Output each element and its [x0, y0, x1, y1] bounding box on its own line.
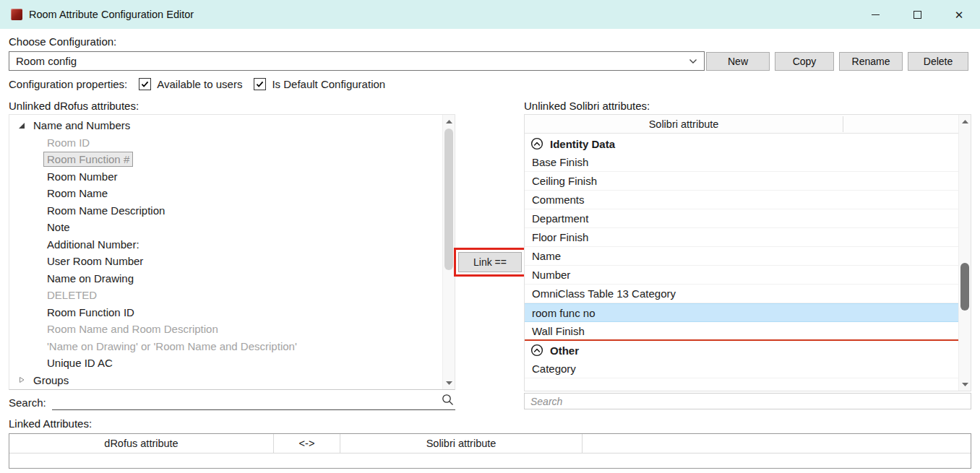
list-item-label: Ceiling Finish: [532, 175, 597, 187]
maximize-icon: [914, 11, 921, 19]
configuration-dropdown[interactable]: Room config: [9, 51, 705, 71]
linked-column-header-3: [583, 434, 971, 453]
check-icon: [140, 79, 150, 89]
tree-item-additional-number[interactable]: Additional Number:: [9, 236, 442, 253]
tree-item-label: DELETED: [47, 289, 97, 301]
search-icon: [442, 394, 454, 408]
minimize-button[interactable]: [854, 0, 896, 29]
right-scrollbar[interactable]: [958, 115, 971, 391]
tree-item-user-room-number[interactable]: User Room Number: [9, 253, 442, 270]
solibri-attribute-list: Identity DataBase FinishCeiling FinishCo…: [525, 134, 958, 378]
tree-item-deleted[interactable]: DELETED: [9, 287, 442, 304]
list-item-label: Number: [532, 269, 570, 281]
list-item-label: Category: [532, 363, 576, 375]
titlebar: Room Attribute Configuration Editor ✕: [0, 0, 980, 29]
tree-item-note[interactable]: Note: [9, 219, 442, 236]
tree-item-name-and-numbers[interactable]: Name and Numbers: [9, 117, 442, 134]
tree-item-room-id[interactable]: Room ID: [9, 134, 442, 152]
tree-item-room-name-description[interactable]: Room Name Description: [9, 202, 442, 220]
list-item-base-finish[interactable]: Base Finish: [525, 153, 958, 172]
copy-button[interactable]: Copy: [775, 52, 834, 71]
tree-item-label: Room ID: [47, 136, 90, 149]
configuration-properties-label: Configuration properties:: [9, 78, 127, 90]
tree-item-name-on-drawing[interactable]: Name on Drawing: [9, 270, 442, 287]
configuration-properties-row: Configuration properties: Available to u…: [9, 77, 385, 92]
tree-item-groups[interactable]: Groups: [9, 372, 442, 389]
close-button[interactable]: ✕: [938, 0, 980, 29]
solibri-search-input[interactable]: [530, 396, 965, 407]
window-controls: ✕: [854, 0, 980, 29]
tree-item-room-name-and-room-description[interactable]: Room Name and Room Description: [9, 321, 442, 338]
group-row-identity-data[interactable]: Identity Data: [525, 134, 958, 153]
available-to-users-checkbox[interactable]: [139, 78, 151, 90]
tree-item-label: User Room Number: [47, 255, 143, 267]
linked-attributes-table: dRofus attribute<->Solibri attribute: [9, 433, 971, 469]
expanded-triangle-icon[interactable]: [18, 122, 28, 129]
tree-item-label: Room Name Description: [47, 204, 165, 217]
search-label: Search:: [9, 396, 46, 410]
is-default-configuration-checkbox[interactable]: [254, 78, 266, 90]
collapse-circle-chevron-icon[interactable]: [530, 344, 543, 357]
list-item-label: Comments: [532, 194, 585, 206]
scroll-down-icon[interactable]: [959, 378, 971, 390]
tree-item-room-name[interactable]: Room Name: [9, 185, 442, 202]
tree-item-room-function-id[interactable]: Room Function ID: [9, 304, 442, 321]
solibri-attribute-column-header[interactable]: Solibri attribute: [525, 115, 843, 134]
collapsed-triangle-icon[interactable]: [18, 376, 28, 383]
tree-item-unique-id-ac[interactable]: Unique ID AC: [9, 355, 442, 372]
drofus-search-input[interactable]: [52, 394, 438, 409]
left-scrollbar-thumb[interactable]: [444, 129, 453, 270]
tree-item-room-function-#[interactable]: Room Function #: [9, 151, 442, 168]
drofus-search-row: Search:: [9, 394, 455, 410]
scroll-up-icon[interactable]: [959, 116, 971, 127]
list-item-room-func-no[interactable]: room func no: [525, 303, 958, 322]
tree-item-label: Room Function ID: [47, 306, 134, 318]
list-item-wall-finish[interactable]: Wall Finish: [525, 322, 958, 341]
tree-item-label: 'Name on Drawing' or 'Room Name and Desc…: [47, 340, 297, 352]
new-button[interactable]: New: [706, 52, 770, 71]
choose-configuration-label: Choose Configuration:: [9, 35, 116, 48]
list-item-label: Floor Finish: [532, 231, 588, 243]
list-item-number[interactable]: Number: [525, 266, 958, 285]
scroll-down-icon[interactable]: [443, 377, 455, 389]
list-item-omniclass-table-13-category[interactable]: OmniClass Table 13 Category: [525, 285, 958, 303]
right-scrollbar-thumb[interactable]: [960, 263, 969, 311]
tree-item-label: Room Name: [47, 187, 108, 199]
configuration-dropdown-value: Room config: [16, 55, 77, 67]
group-label: Other: [550, 344, 579, 357]
tree-item-name-on-drawing-or-room-name-and-description[interactable]: 'Name on Drawing' or 'Room Name and Desc…: [9, 338, 442, 355]
list-item-comments[interactable]: Comments: [525, 191, 958, 209]
list-item-department[interactable]: Department: [525, 209, 958, 228]
group-label: Identity Data: [550, 138, 615, 150]
list-item-category[interactable]: Category: [525, 360, 958, 378]
list-item-name[interactable]: Name: [525, 247, 958, 266]
close-icon: ✕: [955, 9, 964, 20]
group-row-other[interactable]: Other: [525, 341, 958, 360]
drofus-search-field: [52, 394, 455, 410]
maximize-button[interactable]: [896, 0, 938, 29]
linked-column-header-1: <->: [274, 434, 340, 453]
solibri-search-field: [524, 393, 971, 409]
tree-item-label: Name on Drawing: [47, 272, 134, 285]
drofus-attributes-panel: Name and NumbersRoom IDRoom Function #Ro…: [9, 114, 455, 390]
drofus-attribute-tree: Name and NumbersRoom IDRoom Function #Ro…: [9, 117, 442, 389]
scroll-up-icon[interactable]: [443, 116, 455, 127]
tree-item-label: Note: [47, 221, 70, 233]
left-scrollbar[interactable]: [442, 115, 455, 389]
unlinked-drofus-attributes-label: Unlinked dRofus attributes:: [9, 100, 139, 112]
rename-button[interactable]: Rename: [839, 52, 903, 71]
tree-item-label: Unique ID AC: [47, 357, 113, 369]
tree-item-room-number[interactable]: Room Number: [9, 168, 442, 186]
available-to-users-label: Available to users: [157, 78, 242, 90]
chevron-down-icon: [689, 58, 697, 64]
delete-button[interactable]: Delete: [908, 52, 968, 71]
linked-column-header-0: dRofus attribute: [9, 434, 274, 453]
link-button[interactable]: Link ==: [458, 252, 522, 272]
list-item-floor-finish[interactable]: Floor Finish: [525, 228, 958, 247]
list-item-label: OmniClass Table 13 Category: [532, 287, 676, 300]
list-item-ceiling-finish[interactable]: Ceiling Finish: [525, 172, 958, 191]
solibri-attributes-panel: Solibri attribute Identity DataBase Fini…: [524, 114, 971, 391]
collapse-circle-chevron-icon[interactable]: [530, 137, 543, 150]
list-item-label: room func no: [532, 307, 596, 319]
linked-column-header-2: Solibri attribute: [340, 434, 583, 453]
